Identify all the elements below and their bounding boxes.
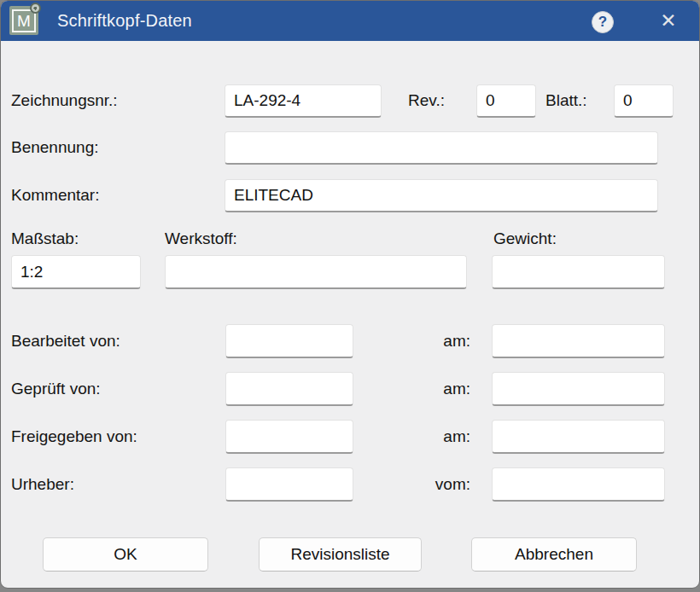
label-geprueft-am: am: (385, 380, 470, 398)
freigegeben-von-input[interactable] (225, 420, 353, 454)
help-button[interactable]: ? (592, 11, 614, 33)
question-mark-icon: ? (598, 14, 607, 31)
label-kommentar: Kommentar: (11, 186, 99, 205)
freigegeben-am-input[interactable] (492, 420, 665, 454)
label-bearbeitet-von: Bearbeitet von: (11, 332, 120, 351)
label-geprueft-von: Geprüft von: (11, 380, 101, 398)
titlebar[interactable]: M Schriftkopf-Daten ? ✕ (1, 1, 699, 41)
label-blatt: Blatt.: (545, 91, 587, 110)
dialog-title: Schriftkopf-Daten (57, 11, 192, 31)
gewicht-input[interactable] (492, 255, 665, 289)
label-bearbeitet-am: am: (385, 332, 470, 351)
bearbeitet-von-input[interactable] (225, 324, 353, 358)
label-freigegeben-am: am: (385, 427, 470, 446)
label-massstab: Maßstab: (11, 229, 79, 248)
label-freigegeben-von: Freigegeben von: (11, 427, 137, 446)
label-urheber: Urheber: (11, 475, 74, 494)
elitecad-mechanics-app-icon: M (9, 6, 38, 35)
label-rev: Rev.: (408, 91, 445, 110)
zeichnungsnr-input[interactable] (225, 84, 382, 118)
geprueft-von-input[interactable] (225, 372, 353, 406)
ok-button[interactable]: OK (43, 537, 208, 572)
kommentar-input[interactable] (225, 179, 658, 212)
label-gewicht: Gewicht: (493, 229, 557, 248)
werkstoff-input[interactable] (165, 255, 467, 289)
benennung-input[interactable] (225, 131, 658, 165)
label-zeichnungsnr: Zeichnungsnr.: (11, 91, 118, 110)
label-urheber-vom: vom: (385, 475, 470, 494)
massstab-input[interactable] (11, 255, 141, 289)
urheber-vom-input[interactable] (492, 467, 665, 502)
bearbeitet-am-input[interactable] (492, 324, 665, 358)
close-icon: ✕ (660, 11, 676, 31)
rev-input[interactable] (476, 84, 536, 118)
close-button[interactable]: ✕ (653, 8, 684, 33)
label-benennung: Benennung: (11, 138, 99, 157)
app-icon-letter: M (17, 13, 31, 29)
gear-badge-icon (30, 3, 41, 14)
abbrechen-button[interactable]: Abbrechen (471, 537, 637, 572)
urheber-input[interactable] (225, 467, 353, 502)
dialog-window: M Schriftkopf-Daten ? ✕ Zeichnungsnr.: R… (0, 0, 700, 589)
label-werkstoff: Werkstoff: (165, 229, 237, 248)
geprueft-am-input[interactable] (492, 372, 665, 406)
blatt-input[interactable] (614, 84, 674, 118)
revisionsliste-button[interactable]: Revisionsliste (259, 537, 422, 572)
